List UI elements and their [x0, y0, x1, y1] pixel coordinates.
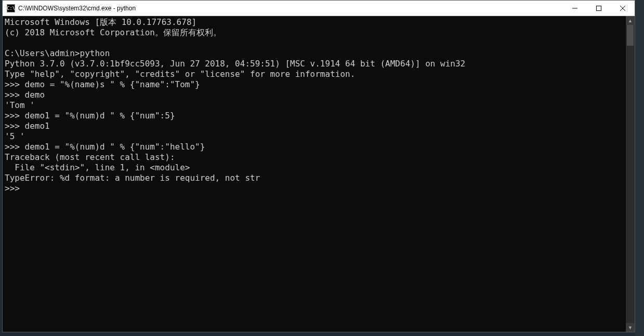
scroll-up-button[interactable]: ▲: [626, 16, 635, 25]
minimize-button[interactable]: [563, 1, 587, 16]
svg-line-3: [620, 6, 625, 11]
scroll-down-button[interactable]: ▼: [626, 323, 635, 332]
window-title: C:\WINDOWS\system32\cmd.exe - python: [18, 5, 136, 12]
terminal-wrapper: Microsoft Windows [版本 10.0.17763.678] (c…: [3, 16, 635, 332]
maximize-button[interactable]: [587, 1, 611, 16]
vertical-scrollbar[interactable]: ▲ ▼: [626, 16, 635, 332]
svg-line-2: [620, 6, 625, 11]
svg-rect-1: [597, 6, 601, 10]
cmd-window: C:\ C:\WINDOWS\system32\cmd.exe - python…: [2, 0, 635, 332]
close-button[interactable]: [611, 1, 635, 16]
cmd-icon: C:\: [7, 4, 15, 12]
terminal-output[interactable]: Microsoft Windows [版本 10.0.17763.678] (c…: [3, 16, 626, 332]
scroll-thumb[interactable]: [627, 25, 634, 46]
titlebar[interactable]: C:\ C:\WINDOWS\system32\cmd.exe - python: [3, 1, 635, 16]
background-edge: [635, 0, 644, 336]
